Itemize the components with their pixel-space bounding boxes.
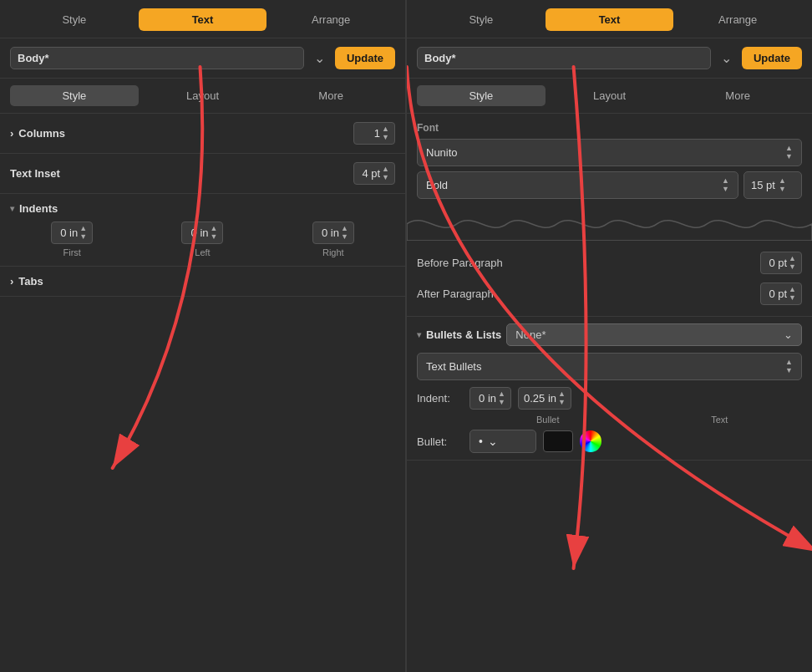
right-panel: Style Text Arrange Body* ⌄ Update Style … <box>406 0 812 672</box>
bullets-bullet-indent-stepper[interactable]: ▲▼ <box>498 390 505 406</box>
right-update-button[interactable]: Update <box>742 47 802 69</box>
left-sub-tab-layout[interactable]: Layout <box>139 85 267 106</box>
indent-first: 0 in ▲▼ First <box>10 221 134 257</box>
tabs-label: › Tabs <box>10 275 43 288</box>
bullet-char-row: Bullet: • ⌄ <box>417 430 802 453</box>
before-paragraph-section: Before Paragraph 0 pt ▲▼ After Paragraph… <box>407 241 812 317</box>
indents-label: ▾ Indents <box>10 202 58 215</box>
bullets-dropdown-chevron: ⌄ <box>784 328 793 341</box>
indent-first-label: First <box>63 247 80 257</box>
after-paragraph-row: After Paragraph 0 pt ▲▼ <box>417 278 802 309</box>
right-style-selector-row: Body* ⌄ Update <box>407 38 812 79</box>
right-style-name[interactable]: Body* <box>417 47 711 69</box>
font-style-row: Bold ▲▼ 15 pt ▲▼ <box>417 171 802 199</box>
bullets-type-dropdown[interactable]: None* ⌄ <box>506 323 802 346</box>
bullet-dropdown-chevron: ⌄ <box>488 435 498 448</box>
text-bullets-stepper[interactable]: ▲▼ <box>785 359 793 374</box>
right-sub-tab-bar: Style Layout More <box>407 79 812 114</box>
bullet-color-picker[interactable] <box>580 430 601 452</box>
before-paragraph-label: Before Paragraph <box>417 257 503 269</box>
left-tab-style[interactable]: Style <box>10 8 139 31</box>
left-tab-arrange[interactable]: Arrange <box>266 8 395 31</box>
indent-left: 0 in ▲▼ Left <box>140 221 264 257</box>
font-style-selector[interactable]: Bold ▲▼ <box>417 171 738 199</box>
indents-section: ▾ Indents 0 in ▲▼ First 0 in ▲▼ <box>0 194 405 267</box>
bullet-color-swatch[interactable] <box>543 430 573 452</box>
bullets-bullet-indent-value: 0 in ▲▼ <box>469 387 511 410</box>
text-inset-stepper[interactable]: ▲ ▼ <box>382 165 389 181</box>
right-tab-text[interactable]: Text <box>546 8 674 31</box>
indent-right: 0 in ▲▼ Right <box>272 221 395 257</box>
indent-right-value: 0 in ▲▼ <box>312 221 354 244</box>
bullets-chevron-icon: ▾ <box>417 330 421 339</box>
indent-first-stepper[interactable]: ▲▼ <box>79 225 87 241</box>
text-bullets-selector[interactable]: Text Bullets ▲▼ <box>417 353 802 380</box>
right-sub-tab-layout[interactable]: Layout <box>546 85 674 106</box>
bullet-char-dropdown[interactable]: • ⌄ <box>469 430 536 453</box>
left-tab-bar: Style Text Arrange <box>0 0 405 38</box>
columns-stepper[interactable]: ▲ ▼ <box>382 125 389 141</box>
left-panel: Style Text Arrange Body* ⌄ Update Style … <box>0 0 406 672</box>
bullets-header-row: ▾ Bullets & Lists None* ⌄ <box>417 323 802 346</box>
before-paragraph-row: Before Paragraph 0 pt ▲▼ <box>417 247 802 278</box>
bullet-sublabel: Bullet <box>465 415 631 425</box>
font-section-label: Font <box>417 122 802 134</box>
font-section: Font Nunito ▲▼ Bold ▲▼ 15 pt ▲▼ <box>407 114 812 207</box>
right-style-chevron[interactable]: ⌄ <box>718 47 735 69</box>
text-inset-section: Text Inset 4 pt ▲ ▼ <box>0 154 405 194</box>
left-sub-tab-style[interactable]: Style <box>10 85 139 106</box>
bullets-label: ▾ Bullets & Lists <box>417 328 501 341</box>
indent-first-value: 0 in ▲▼ <box>51 221 93 244</box>
after-paragraph-value: 0 pt ▲▼ <box>760 283 802 305</box>
tabs-chevron-icon: › <box>10 275 13 288</box>
left-tab-text[interactable]: Text <box>139 8 267 31</box>
indents-group: 0 in ▲▼ First 0 in ▲▼ Left 0 in <box>10 221 395 257</box>
right-sub-tab-more[interactable]: More <box>673 85 802 106</box>
after-paragraph-label: After Paragraph <box>417 288 494 300</box>
right-sub-tab-style[interactable]: Style <box>417 85 546 106</box>
right-tab-bar: Style Text Arrange <box>407 0 812 38</box>
bullet-char-label: Bullet: <box>417 435 463 448</box>
bullets-section: ▾ Bullets & Lists None* ⌄ Text Bullets ▲… <box>407 317 812 461</box>
font-name-selector[interactable]: Nunito ▲▼ <box>417 139 802 166</box>
tabs-section: › Tabs <box>0 267 405 297</box>
right-tab-arrange[interactable]: Arrange <box>673 8 802 31</box>
before-paragraph-stepper[interactable]: ▲▼ <box>789 255 796 271</box>
text-inset-label: Text Inset <box>10 167 60 180</box>
bullets-text-indent-value: 0.25 in ▲▼ <box>518 387 571 410</box>
bullets-indent-row: Indent: 0 in ▲▼ 0.25 in ▲▼ <box>417 387 802 410</box>
indent-left-value: 0 in ▲▼ <box>181 221 223 244</box>
left-style-selector-row: Body* ⌄ Update <box>0 38 405 79</box>
indent-right-stepper[interactable]: ▲▼ <box>341 225 348 241</box>
indents-chevron-icon: ▾ <box>10 204 14 213</box>
wavy-break <box>407 207 812 241</box>
text-inset-value-box: 4 pt ▲ ▼ <box>353 162 395 185</box>
left-style-name[interactable]: Body* <box>10 47 304 69</box>
left-sub-tab-bar: Style Layout More <box>0 79 405 114</box>
left-sub-tab-more[interactable]: More <box>266 85 395 106</box>
font-name-stepper[interactable]: ▲▼ <box>785 145 793 160</box>
indent-left-label: Left <box>195 247 210 257</box>
text-sublabel: Text <box>637 415 803 425</box>
right-tab-style[interactable]: Style <box>417 8 546 31</box>
after-paragraph-stepper[interactable]: ▲▼ <box>789 286 796 302</box>
columns-value-box: 1 ▲ ▼ <box>353 122 395 145</box>
columns-chevron-icon: › <box>10 127 13 140</box>
font-size-box[interactable]: 15 pt ▲▼ <box>743 171 802 199</box>
indent-left-stepper[interactable]: ▲▼ <box>211 225 218 241</box>
text-bullets-row: Text Bullets ▲▼ <box>417 353 802 380</box>
before-paragraph-value: 0 pt ▲▼ <box>760 252 802 274</box>
left-style-chevron[interactable]: ⌄ <box>311 47 328 69</box>
font-style-stepper[interactable]: ▲▼ <box>722 177 729 193</box>
left-update-button[interactable]: Update <box>335 47 395 69</box>
bullets-text-indent-stepper[interactable]: ▲▼ <box>558 390 566 406</box>
indent-sublabels: Bullet Text <box>417 415 802 430</box>
indent-right-label: Right <box>322 247 344 257</box>
columns-section: › Columns 1 ▲ ▼ <box>0 114 405 154</box>
font-size-stepper[interactable]: ▲▼ <box>779 177 786 193</box>
columns-label: › Columns <box>10 127 65 140</box>
bullets-indent-label: Indent: <box>417 392 463 405</box>
